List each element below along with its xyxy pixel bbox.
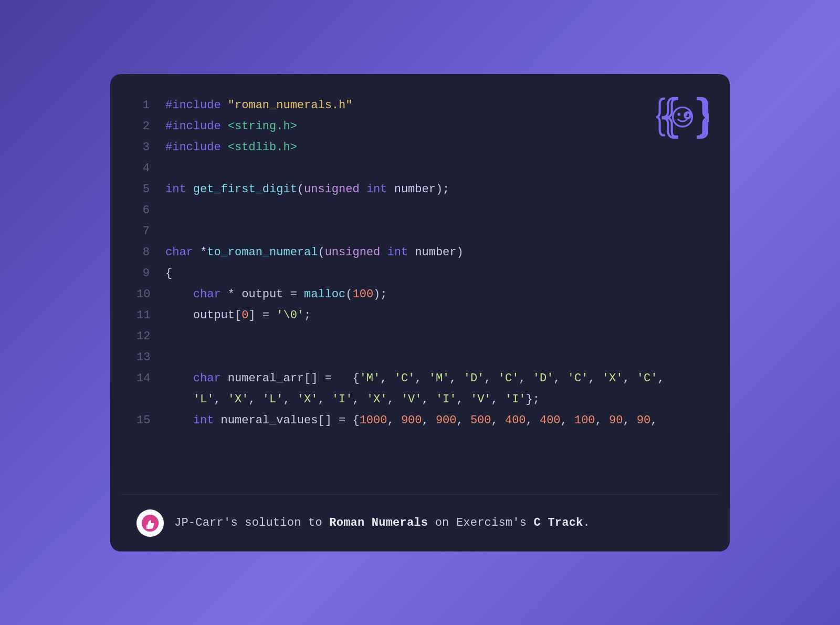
code-token: 900: [401, 414, 422, 427]
line-number: 5: [136, 179, 165, 200]
code-token: #include: [165, 120, 221, 133]
code-token: 400: [540, 414, 561, 427]
code-token: 90: [637, 414, 650, 427]
svg-point-2: [677, 112, 680, 116]
code-token: ,: [457, 393, 470, 406]
line-number: 14: [136, 368, 165, 389]
code-content: {: [165, 263, 704, 284]
code-token: [221, 120, 228, 133]
code-token: ,: [519, 372, 532, 385]
code-token: 'C': [568, 372, 589, 385]
code-token: (: [345, 288, 352, 301]
code-token: ] =: [248, 309, 276, 322]
code-token: '\0': [276, 309, 304, 322]
code-token: 900: [436, 414, 457, 427]
footer-text-normal3: .: [583, 516, 590, 529]
code-token: 100: [574, 414, 595, 427]
line-number: 8: [136, 242, 165, 263]
line-number: 2: [136, 116, 165, 137]
code-token: {: [165, 267, 172, 280]
code-token: ,: [623, 372, 636, 385]
code-token: 'D': [533, 372, 554, 385]
code-token: ,: [449, 372, 463, 385]
code-token: #include: [165, 141, 221, 154]
code-token: char: [193, 372, 221, 385]
code-line: 'L', 'X', 'L', 'X', 'I', 'X', 'V', 'I', …: [136, 389, 704, 410]
code-token: ,: [318, 393, 331, 406]
code-content: int get_first_digit(unsigned int number)…: [165, 179, 704, 200]
code-content: char *to_roman_numeral(unsigned int numb…: [165, 242, 704, 263]
code-token: malloc: [304, 288, 345, 301]
code-token: 'X': [366, 393, 387, 406]
code-token: 'L': [193, 393, 214, 406]
line-number: 7: [136, 221, 165, 242]
code-token: char: [193, 288, 221, 301]
line-number: 12: [136, 326, 165, 347]
code-token: [186, 183, 193, 196]
exercism-logo: {·}: [656, 90, 709, 142]
code-token: numeral_arr[] = {: [221, 372, 360, 385]
code-token: 'L': [262, 393, 284, 406]
code-token: [360, 183, 366, 196]
code-token: 'C': [637, 372, 658, 385]
code-token: 'X': [602, 372, 623, 385]
code-token: ,: [214, 393, 227, 406]
footer-text: JP-Carr's solution to Roman Numerals on …: [174, 516, 590, 529]
code-line: 11 output[0] = '\0';: [136, 305, 704, 326]
exercism-footer-logo: [136, 509, 164, 537]
code-token: 'X': [297, 393, 318, 406]
code-token: ,: [387, 393, 401, 406]
code-token: 500: [470, 414, 491, 427]
code-token: number): [408, 246, 464, 259]
code-token: 1000: [360, 414, 387, 427]
code-line: 7: [136, 221, 704, 242]
code-content: #include "roman_numerals.h": [165, 95, 704, 116]
code-token: 'M': [429, 372, 450, 385]
code-line: 2#include <string.h>: [136, 116, 704, 137]
code-token: ,: [422, 414, 436, 427]
code-token: number);: [387, 183, 450, 196]
code-token: <string.h>: [228, 120, 297, 133]
footer: JP-Carr's solution to Roman Numerals on …: [110, 495, 730, 551]
line-number: 4: [136, 158, 165, 179]
code-token: 100: [352, 288, 373, 301]
code-token: * output =: [221, 288, 304, 301]
line-number: 9: [136, 263, 165, 284]
code-token: 'I': [436, 393, 457, 406]
code-token: 400: [505, 414, 526, 427]
code-line: 9{: [136, 263, 704, 284]
code-token: ,: [595, 414, 609, 427]
code-token: get_first_digit: [193, 183, 297, 196]
svg-point-3: [685, 112, 688, 116]
code-token: to_roman_numeral: [207, 246, 318, 259]
code-token: ,: [491, 393, 505, 406]
code-content: char * output = malloc(100);: [165, 284, 704, 305]
line-number: 15: [136, 410, 165, 431]
code-token: 90: [609, 414, 623, 427]
code-content: output[0] = '\0';: [165, 305, 704, 326]
line-number: 10: [136, 284, 165, 305]
code-token: ;: [304, 309, 311, 322]
code-content: #include <string.h>: [165, 116, 704, 137]
code-token: ,: [457, 414, 470, 427]
code-token: ,: [553, 372, 567, 385]
code-token: ,: [561, 414, 574, 427]
code-token: [221, 99, 228, 112]
footer-text-normal1: JP-Carr's solution to: [174, 516, 329, 529]
code-token: ,: [623, 414, 636, 427]
code-token: ,: [588, 372, 602, 385]
code-lines: 1#include "roman_numerals.h"2#include <s…: [136, 95, 704, 431]
code-line: 10 char * output = malloc(100);: [136, 284, 704, 305]
code-token: [221, 141, 228, 154]
code-token: 'I': [332, 393, 353, 406]
code-token: ,: [526, 414, 540, 427]
code-line: 4: [136, 158, 704, 179]
code-token: ,: [650, 414, 657, 427]
code-card: {·} 1#include "roman_numerals.h"2#includ…: [110, 74, 730, 551]
code-token: 'I': [505, 393, 526, 406]
code-token: unsigned: [304, 183, 360, 196]
code-line: 6: [136, 200, 704, 221]
code-token: 'C': [498, 372, 519, 385]
code-line: 14 char numeral_arr[] = {'M', 'C', 'M', …: [136, 368, 704, 389]
code-token: ,: [484, 372, 498, 385]
